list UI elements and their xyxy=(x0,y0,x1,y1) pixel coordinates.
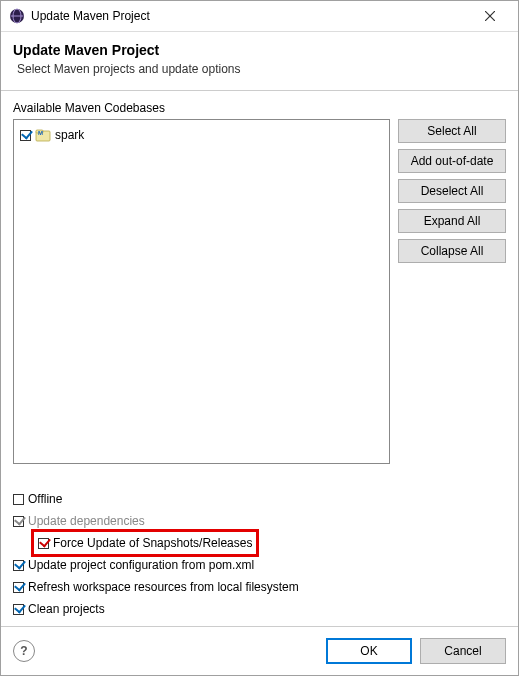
side-buttons: Select All Add out-of-date Deselect All … xyxy=(398,119,506,464)
add-out-of-date-button[interactable]: Add out-of-date xyxy=(398,149,506,173)
ok-button[interactable]: OK xyxy=(326,638,412,664)
offline-row[interactable]: Offline xyxy=(13,488,506,510)
svg-text:M: M xyxy=(38,130,43,136)
update-dependencies-label: Update dependencies xyxy=(28,514,145,528)
close-button[interactable] xyxy=(470,2,510,30)
codebases-label: Available Maven Codebases xyxy=(13,101,506,115)
collapse-all-button[interactable]: Collapse All xyxy=(398,239,506,263)
refresh-workspace-row[interactable]: Refresh workspace resources from local f… xyxy=(13,576,506,598)
cancel-button[interactable]: Cancel xyxy=(420,638,506,664)
close-icon xyxy=(485,11,495,21)
dialog-footer: ? OK Cancel xyxy=(1,626,518,675)
clean-projects-label: Clean projects xyxy=(28,602,105,616)
force-update-row[interactable]: Force Update of Snapshots/Releases xyxy=(13,532,506,554)
expand-all-button[interactable]: Expand All xyxy=(398,209,506,233)
eclipse-icon xyxy=(9,8,25,24)
dialog-header: Update Maven Project Select Maven projec… xyxy=(1,32,518,91)
header-title: Update Maven Project xyxy=(13,42,506,58)
tree-item-label: spark xyxy=(55,128,84,142)
checkbox-spark[interactable] xyxy=(20,130,31,141)
refresh-workspace-label: Refresh workspace resources from local f… xyxy=(28,580,299,594)
deselect-all-button[interactable]: Deselect All xyxy=(398,179,506,203)
select-all-button[interactable]: Select All xyxy=(398,119,506,143)
help-icon: ? xyxy=(20,644,27,658)
force-update-highlight: Force Update of Snapshots/Releases xyxy=(31,529,259,557)
force-update-label: Force Update of Snapshots/Releases xyxy=(53,536,252,550)
tree-item-spark[interactable]: M spark xyxy=(20,126,383,144)
header-subtitle: Select Maven projects and update options xyxy=(17,62,506,76)
update-dependencies-checkbox xyxy=(13,516,24,527)
update-config-label: Update project configuration from pom.xm… xyxy=(28,558,254,572)
titlebar: Update Maven Project xyxy=(1,1,518,32)
update-config-row[interactable]: Update project configuration from pom.xm… xyxy=(13,554,506,576)
help-button[interactable]: ? xyxy=(13,640,35,662)
update-config-checkbox[interactable] xyxy=(13,560,24,571)
dialog-content: Available Maven Codebases M spark xyxy=(1,91,518,626)
offline-label: Offline xyxy=(28,492,62,506)
maven-project-icon: M xyxy=(35,127,51,143)
force-update-checkbox[interactable] xyxy=(38,538,49,549)
codebases-tree[interactable]: M spark xyxy=(13,119,390,464)
options-group: Offline Update dependencies Force Update… xyxy=(13,488,506,620)
refresh-workspace-checkbox[interactable] xyxy=(13,582,24,593)
clean-projects-row[interactable]: Clean projects xyxy=(13,598,506,620)
update-maven-dialog: Update Maven Project Update Maven Projec… xyxy=(0,0,519,676)
offline-checkbox[interactable] xyxy=(13,494,24,505)
clean-projects-checkbox[interactable] xyxy=(13,604,24,615)
window-title: Update Maven Project xyxy=(31,9,470,23)
